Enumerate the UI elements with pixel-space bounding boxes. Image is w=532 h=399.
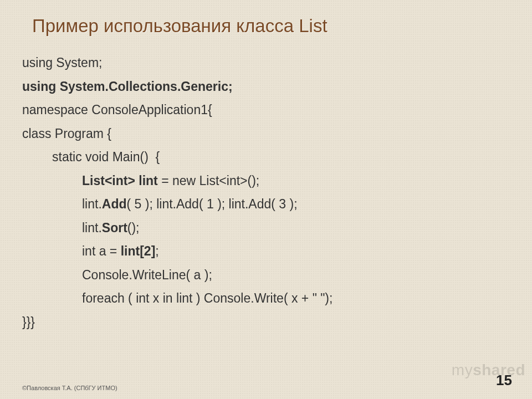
slide-title: Пример использования класса List xyxy=(32,16,510,37)
watermark: myshared xyxy=(452,361,525,379)
code-token: int a = xyxy=(82,244,121,258)
code-line: foreach ( int x in lint ) Console.Write(… xyxy=(22,287,510,310)
code-line: List<int> lint = new List<int>(); xyxy=(22,169,510,193)
code-token: lint. xyxy=(82,221,102,235)
code-line: namespace ConsoleApplication1{ xyxy=(22,98,510,122)
code-token: ; xyxy=(155,244,158,258)
code-token: List xyxy=(82,173,105,188)
code-token: (); xyxy=(248,173,260,188)
code-line: using System.Collections.Generic; xyxy=(22,75,510,99)
code-token: <int> xyxy=(105,173,135,188)
code-token: lint xyxy=(135,173,158,188)
code-line: class Program { xyxy=(22,122,510,146)
code-token: <int> xyxy=(219,173,247,188)
code-token: lint. xyxy=(82,197,102,211)
code-token: = new List xyxy=(158,173,219,188)
code-line: using System; xyxy=(22,51,510,75)
code-block: using System; using System.Collections.G… xyxy=(22,51,510,334)
code-line: lint.Add( 5 ); lint.Add( 1 ); lint.Add( … xyxy=(22,192,510,216)
watermark-part: my xyxy=(452,361,473,378)
code-token: lint[2] xyxy=(121,244,156,258)
code-line: lint.Sort(); xyxy=(22,216,510,240)
watermark-part: shared xyxy=(473,361,525,378)
footer-copyright: ©Павловская Т.А. (СПбГУ ИТМО) xyxy=(22,385,117,391)
code-token: ( 5 ); lint.Add( 1 ); lint.Add( 3 ); xyxy=(127,197,298,211)
code-line: }}} xyxy=(22,310,510,334)
code-token: (); xyxy=(127,221,140,235)
slide: Пример использования класса List using S… xyxy=(0,0,532,399)
code-line: Console.WriteLine( a ); xyxy=(22,263,510,287)
code-line: static void Main() { xyxy=(22,145,510,169)
code-token: Add xyxy=(102,197,127,211)
code-token: Sort xyxy=(102,221,127,235)
code-line: int a = lint[2]; xyxy=(22,239,510,263)
